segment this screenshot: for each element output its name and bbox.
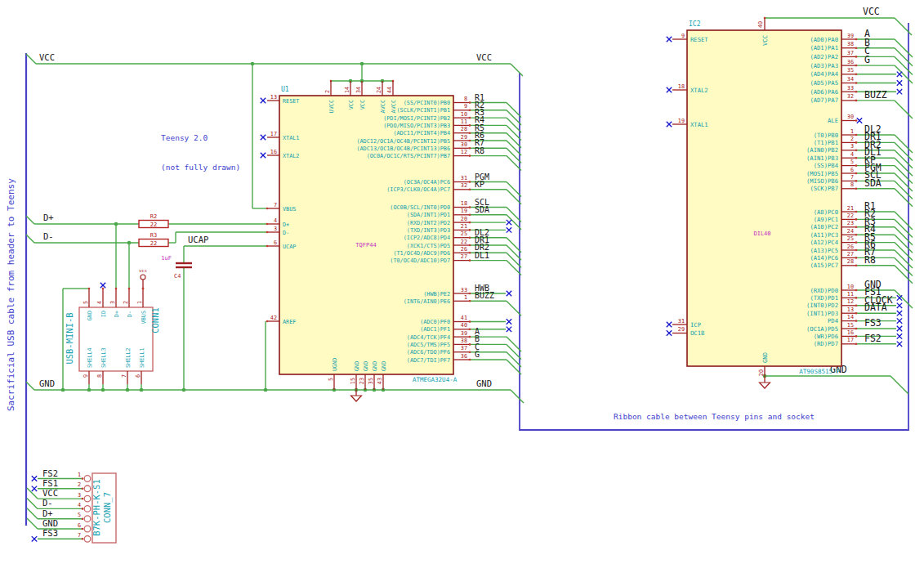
pin-number: 8 xyxy=(96,374,103,378)
pin-name: SHELL4 xyxy=(87,347,93,368)
pin-name: XTAL1 xyxy=(283,135,299,141)
pin-number: 11 xyxy=(461,119,467,125)
pin-circle xyxy=(84,516,91,522)
pin-name: (SS/PCINT0)PB0 xyxy=(404,100,450,106)
capacitor-c4[interactable]: 1uFC4 xyxy=(161,255,192,280)
pin-number: 9 xyxy=(464,103,467,110)
pin-number: 27 xyxy=(461,253,467,260)
no-connect-icon xyxy=(507,291,511,296)
resistor-r3[interactable]: R322 xyxy=(139,232,168,247)
net-label: D+ xyxy=(42,508,53,518)
wire-segment xyxy=(895,189,913,207)
pin-end-dot xyxy=(855,328,858,330)
pin-number: 1 xyxy=(464,294,467,301)
footprint-label: DIL40 xyxy=(753,231,770,237)
vcc-power-symbol: vcc xyxy=(139,268,147,289)
net-label-vcc: VCC xyxy=(39,52,55,62)
header-connector-symbol[interactable]: B7K-PH-K-S1CONN_7FS21FS12VCC3D-4D+5GND6F… xyxy=(42,468,116,544)
pin-end-dot xyxy=(855,218,858,221)
pin-number: 3 xyxy=(850,143,854,150)
net-label: GND xyxy=(42,518,58,528)
wire-segment xyxy=(895,166,913,184)
pin-name: PD4 xyxy=(828,317,838,325)
pin-name: (WR)PD6 xyxy=(814,333,838,340)
resistor-r2[interactable]: R222 xyxy=(139,213,168,228)
pin-number: 27 xyxy=(847,251,854,257)
pin-number: 2 xyxy=(324,90,331,93)
vcc-symbol-label: vcc xyxy=(139,268,147,273)
pin-number: 18 xyxy=(461,200,467,207)
net-label: DATA xyxy=(864,302,887,313)
wire-segment xyxy=(895,235,913,253)
pin-end-dot xyxy=(469,189,471,191)
pin-number: 43 xyxy=(377,378,383,384)
pin-end-dot xyxy=(469,117,471,119)
component-ref: CONN_7 xyxy=(102,492,113,523)
pin-number: 33 xyxy=(461,287,467,293)
pin-number: 1 xyxy=(850,128,854,135)
pin-number: 12 xyxy=(461,149,467,155)
pin-end-dot xyxy=(855,343,858,346)
no-connect-icon xyxy=(32,486,37,491)
net-label: VCC xyxy=(42,488,58,498)
pin-name: (OC1A)PD5 xyxy=(806,325,838,333)
pin-name: (ADC0)PF0 xyxy=(420,319,450,325)
wire-segment xyxy=(895,243,913,261)
pin-number: 2 xyxy=(123,301,129,304)
wire-segment xyxy=(27,508,38,519)
no-connect-icon xyxy=(507,327,511,332)
pin-name: SHELL1 xyxy=(139,347,145,368)
pin-name: (AD7)PA7 xyxy=(810,96,838,104)
pin-end-dot xyxy=(855,38,858,41)
wire-segment xyxy=(895,212,913,230)
pin-number: 5 xyxy=(328,378,334,381)
pin-number: 22 xyxy=(461,239,467,245)
net-label-dplus: D+ xyxy=(43,213,54,222)
pin-number: 30 xyxy=(461,141,467,148)
component-value: 22 xyxy=(150,222,157,228)
pin-name: AREF xyxy=(283,319,296,325)
pin-end-dot xyxy=(266,231,269,234)
net-label: SDA xyxy=(475,205,489,214)
pin-name: (AD3)PA3 xyxy=(810,62,838,69)
pin-number: 28 xyxy=(461,126,467,132)
pin-end-dot xyxy=(855,257,858,259)
pin-end-dot xyxy=(469,336,471,338)
pin-name: (A8)PC0 xyxy=(814,208,838,216)
component-ref: IC2 xyxy=(689,20,701,28)
no-connect-icon xyxy=(507,220,511,225)
pin-name: (SCK)PB7 xyxy=(810,185,838,192)
pin-number: 40 xyxy=(461,322,467,329)
pin-end-dot xyxy=(115,288,118,290)
pin-end-dot xyxy=(469,259,471,262)
pin-name: (AD5)PA5 xyxy=(810,79,838,87)
pin-name: (ADC13/OC1B/OC4B/PCINT13)PB6 xyxy=(356,145,450,152)
pin-name: D- xyxy=(283,230,289,236)
ribbon-annotation: Ribbon cable between Teensy pins and soc… xyxy=(520,412,908,422)
no-connect-icon xyxy=(897,303,902,308)
u1-symbol[interactable]: U1TQFP44ATMEGA32U4-A2UVCC14VCC34VCC24AVC… xyxy=(261,81,471,401)
pin-end-dot xyxy=(469,320,471,323)
net-label: G xyxy=(475,350,480,359)
component-value: 22 xyxy=(150,240,157,247)
pin-name: (PDI/MOSI/PCINT2)PB2 xyxy=(383,115,450,122)
pin-name: UCAP xyxy=(283,244,296,250)
pin-end-dot xyxy=(855,312,858,315)
pin-name: (AD6)PA6 xyxy=(810,88,838,96)
pin-end-dot xyxy=(82,508,84,510)
pin-name: VCC xyxy=(761,35,769,46)
component-value: AT90S8515-P xyxy=(799,368,840,375)
pin-number: 19 xyxy=(678,118,685,124)
wire-segment xyxy=(895,173,913,191)
pin-number: 20 xyxy=(461,216,467,222)
pin-number: 38 xyxy=(461,338,467,344)
usb-connector-symbol[interactable]: USB-MINI-BCONN15GND4ID3D+2D-1VBUS9SHELL4… xyxy=(65,283,160,384)
pin-end-dot xyxy=(469,359,471,361)
pin-number: 26 xyxy=(847,244,854,250)
ic2-symbol[interactable]: IC2DIL40AT90S8515-P40VCC20GND9RESET18XTA… xyxy=(667,17,857,388)
pin-number: 35 xyxy=(368,378,374,384)
component-value: ATMEGA32U4-A xyxy=(413,376,458,383)
no-connect-icon xyxy=(897,318,902,323)
pin-number: 3 xyxy=(274,226,277,232)
pin-end-dot xyxy=(855,82,858,84)
